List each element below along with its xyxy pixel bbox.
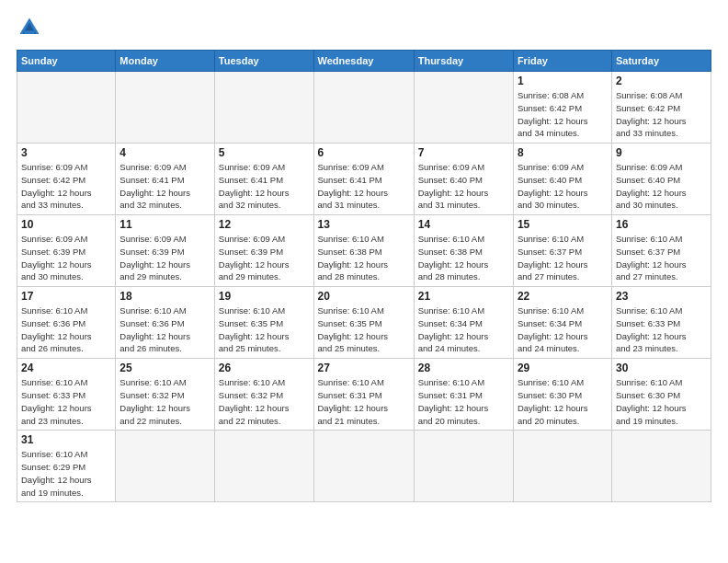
- calendar-day-cell: 4Sunrise: 6:09 AM Sunset: 6:41 PM Daylig…: [116, 144, 214, 215]
- day-number: 7: [418, 146, 509, 159]
- day-number: 17: [21, 290, 111, 303]
- day-info: Sunrise: 6:10 AM Sunset: 6:36 PM Dayligh…: [21, 304, 111, 355]
- day-number: 12: [219, 218, 310, 231]
- day-number: 10: [21, 218, 111, 231]
- calendar-week-row: 17Sunrise: 6:10 AM Sunset: 6:36 PM Dayli…: [17, 287, 711, 359]
- calendar-day-cell: 12Sunrise: 6:09 AM Sunset: 6:39 PM Dayli…: [214, 215, 313, 287]
- calendar-day-cell: [513, 431, 611, 502]
- calendar-day-cell: [17, 72, 116, 144]
- day-info: Sunrise: 6:10 AM Sunset: 6:33 PM Dayligh…: [616, 304, 707, 355]
- weekday-header-saturday: Saturday: [611, 51, 711, 72]
- day-number: 1: [518, 75, 608, 87]
- day-info: Sunrise: 6:09 AM Sunset: 6:40 PM Dayligh…: [518, 161, 608, 212]
- calendar-day-cell: 17Sunrise: 6:10 AM Sunset: 6:36 PM Dayli…: [17, 287, 116, 359]
- day-info: Sunrise: 6:10 AM Sunset: 6:34 PM Dayligh…: [418, 304, 509, 355]
- calendar-day-cell: 20Sunrise: 6:10 AM Sunset: 6:35 PM Dayli…: [313, 287, 414, 359]
- calendar-week-row: 3Sunrise: 6:09 AM Sunset: 6:42 PM Daylig…: [17, 144, 711, 215]
- calendar-day-cell: 13Sunrise: 6:10 AM Sunset: 6:38 PM Dayli…: [313, 215, 414, 287]
- weekday-header-tuesday: Tuesday: [214, 51, 313, 72]
- day-number: 24: [21, 362, 111, 374]
- day-info: Sunrise: 6:09 AM Sunset: 6:39 PM Dayligh…: [219, 233, 310, 283]
- day-number: 14: [418, 218, 509, 231]
- header: [17, 15, 711, 40]
- day-number: 15: [518, 218, 608, 231]
- day-info: Sunrise: 6:10 AM Sunset: 6:32 PM Dayligh…: [119, 376, 210, 427]
- day-number: 21: [418, 290, 509, 303]
- weekday-header-friday: Friday: [513, 51, 611, 72]
- day-info: Sunrise: 6:09 AM Sunset: 6:39 PM Dayligh…: [119, 233, 210, 283]
- day-info: Sunrise: 6:10 AM Sunset: 6:29 PM Dayligh…: [21, 448, 111, 499]
- weekday-header-monday: Monday: [116, 51, 214, 72]
- calendar-day-cell: 7Sunrise: 6:09 AM Sunset: 6:40 PM Daylig…: [414, 144, 513, 215]
- calendar-week-row: 31Sunrise: 6:10 AM Sunset: 6:29 PM Dayli…: [17, 431, 711, 502]
- day-info: Sunrise: 6:09 AM Sunset: 6:41 PM Dayligh…: [219, 161, 310, 212]
- day-info: Sunrise: 6:10 AM Sunset: 6:38 PM Dayligh…: [318, 233, 410, 283]
- calendar-day-cell: [414, 72, 513, 144]
- day-info: Sunrise: 6:10 AM Sunset: 6:30 PM Dayligh…: [518, 376, 608, 427]
- calendar-day-cell: 5Sunrise: 6:09 AM Sunset: 6:41 PM Daylig…: [214, 144, 313, 215]
- calendar-day-cell: 10Sunrise: 6:09 AM Sunset: 6:39 PM Dayli…: [17, 215, 116, 287]
- day-number: 8: [518, 146, 608, 159]
- day-info: Sunrise: 6:10 AM Sunset: 6:32 PM Dayligh…: [219, 376, 310, 427]
- day-number: 18: [119, 290, 210, 303]
- day-info: Sunrise: 6:10 AM Sunset: 6:38 PM Dayligh…: [418, 233, 509, 283]
- day-number: 13: [318, 218, 410, 231]
- day-number: 26: [219, 362, 310, 374]
- day-info: Sunrise: 6:10 AM Sunset: 6:31 PM Dayligh…: [318, 376, 410, 427]
- calendar-day-cell: [214, 431, 313, 502]
- day-info: Sunrise: 6:10 AM Sunset: 6:31 PM Dayligh…: [418, 376, 509, 427]
- svg-rect-2: [25, 31, 35, 35]
- calendar-table: SundayMondayTuesdayWednesdayThursdayFrid…: [17, 50, 711, 502]
- weekday-header-wednesday: Wednesday: [313, 51, 414, 72]
- calendar-day-cell: 6Sunrise: 6:09 AM Sunset: 6:41 PM Daylig…: [313, 144, 414, 215]
- calendar-day-cell: 15Sunrise: 6:10 AM Sunset: 6:37 PM Dayli…: [513, 215, 611, 287]
- day-info: Sunrise: 6:10 AM Sunset: 6:35 PM Dayligh…: [219, 304, 310, 355]
- day-number: 16: [616, 218, 707, 231]
- calendar-header-row: SundayMondayTuesdayWednesdayThursdayFrid…: [17, 51, 711, 72]
- day-number: 5: [219, 146, 310, 159]
- day-info: Sunrise: 6:10 AM Sunset: 6:37 PM Dayligh…: [616, 233, 707, 283]
- calendar-day-cell: 23Sunrise: 6:10 AM Sunset: 6:33 PM Dayli…: [611, 287, 711, 359]
- day-info: Sunrise: 6:09 AM Sunset: 6:41 PM Dayligh…: [119, 161, 210, 212]
- day-number: 23: [616, 290, 707, 303]
- calendar-week-row: 24Sunrise: 6:10 AM Sunset: 6:33 PM Dayli…: [17, 359, 711, 431]
- day-number: 25: [119, 362, 210, 374]
- calendar-day-cell: 30Sunrise: 6:10 AM Sunset: 6:30 PM Dayli…: [611, 359, 711, 431]
- day-number: 28: [418, 362, 509, 374]
- day-info: Sunrise: 6:09 AM Sunset: 6:41 PM Dayligh…: [318, 161, 410, 212]
- day-number: 19: [219, 290, 310, 303]
- calendar-day-cell: 28Sunrise: 6:10 AM Sunset: 6:31 PM Dayli…: [414, 359, 513, 431]
- day-info: Sunrise: 6:08 AM Sunset: 6:42 PM Dayligh…: [616, 89, 707, 140]
- calendar-day-cell: 8Sunrise: 6:09 AM Sunset: 6:40 PM Daylig…: [513, 144, 611, 215]
- weekday-header-thursday: Thursday: [414, 51, 513, 72]
- calendar-day-cell: 3Sunrise: 6:09 AM Sunset: 6:42 PM Daylig…: [17, 144, 116, 215]
- day-number: 9: [616, 146, 707, 159]
- calendar-day-cell: [116, 72, 214, 144]
- calendar-day-cell: 21Sunrise: 6:10 AM Sunset: 6:34 PM Dayli…: [414, 287, 513, 359]
- calendar-day-cell: 2Sunrise: 6:08 AM Sunset: 6:42 PM Daylig…: [611, 72, 711, 144]
- day-number: 27: [318, 362, 410, 374]
- calendar-day-cell: 29Sunrise: 6:10 AM Sunset: 6:30 PM Dayli…: [513, 359, 611, 431]
- calendar-day-cell: [214, 72, 313, 144]
- day-info: Sunrise: 6:10 AM Sunset: 6:35 PM Dayligh…: [318, 304, 410, 355]
- logo-icon: [17, 15, 42, 40]
- day-number: 3: [21, 146, 111, 159]
- calendar-day-cell: 25Sunrise: 6:10 AM Sunset: 6:32 PM Dayli…: [116, 359, 214, 431]
- calendar-day-cell: 27Sunrise: 6:10 AM Sunset: 6:31 PM Dayli…: [313, 359, 414, 431]
- calendar-day-cell: 18Sunrise: 6:10 AM Sunset: 6:36 PM Dayli…: [116, 287, 214, 359]
- logo: [17, 15, 46, 40]
- day-number: 30: [616, 362, 707, 374]
- day-number: 11: [119, 218, 210, 231]
- calendar-day-cell: [313, 431, 414, 502]
- calendar-day-cell: 1Sunrise: 6:08 AM Sunset: 6:42 PM Daylig…: [513, 72, 611, 144]
- day-number: 29: [518, 362, 608, 374]
- calendar-week-row: 10Sunrise: 6:09 AM Sunset: 6:39 PM Dayli…: [17, 215, 711, 287]
- calendar-day-cell: 22Sunrise: 6:10 AM Sunset: 6:34 PM Dayli…: [513, 287, 611, 359]
- calendar-day-cell: 19Sunrise: 6:10 AM Sunset: 6:35 PM Dayli…: [214, 287, 313, 359]
- day-info: Sunrise: 6:09 AM Sunset: 6:40 PM Dayligh…: [418, 161, 509, 212]
- day-info: Sunrise: 6:10 AM Sunset: 6:33 PM Dayligh…: [21, 376, 111, 427]
- day-info: Sunrise: 6:10 AM Sunset: 6:37 PM Dayligh…: [518, 233, 608, 283]
- day-number: 2: [616, 75, 707, 87]
- calendar-day-cell: 16Sunrise: 6:10 AM Sunset: 6:37 PM Dayli…: [611, 215, 711, 287]
- page: SundayMondayTuesdayWednesdayThursdayFrid…: [0, 0, 728, 563]
